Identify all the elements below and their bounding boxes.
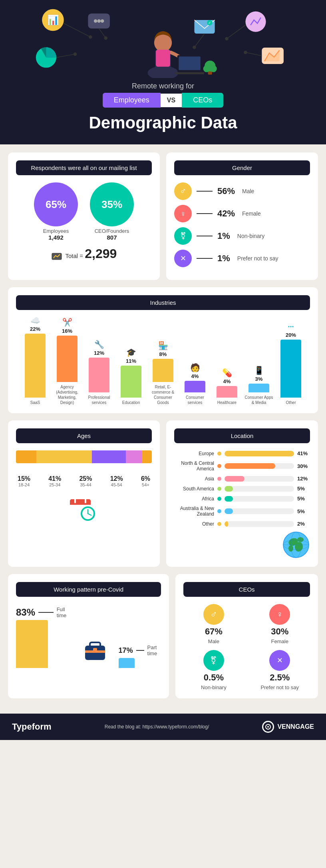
working-pattern-card: Working pattern pre-Covid 83% Full time: [8, 574, 169, 698]
retail-label: Retail, E-commerce & Consumer Goods: [148, 384, 178, 405]
loc-europe-bar-wrap: [225, 451, 294, 456]
bar-saas: ☁️ 22% SaaS: [20, 316, 50, 405]
svg-point-17: [97, 19, 101, 23]
employees-circle-wrap: 65% Employees 1,492: [34, 182, 78, 241]
svg-point-9: [203, 65, 210, 72]
other-bar: [280, 340, 301, 398]
svg-point-25: [193, 46, 196, 49]
parttime-bar: [119, 658, 135, 668]
loc-namerica-pct: 30%: [297, 463, 310, 469]
education-label: Education: [122, 400, 140, 405]
age-54p-pct: 6%: [141, 475, 150, 482]
loc-europe-bar: [225, 451, 294, 456]
svg-point-60: [267, 726, 269, 728]
working-pattern-bars: 83% Full time: [16, 604, 161, 668]
consumer-icon: 🧑: [190, 363, 200, 372]
svg-line-33: [245, 52, 262, 56]
age-54p-range: 54+: [142, 482, 149, 487]
gender-card: Gender ♂ 56% Male ♀ 42% Female: [166, 152, 318, 280]
loc-europe-dot: [217, 452, 221, 456]
loc-africa-dot: [217, 497, 221, 501]
loc-samerica-pct: 5%: [297, 486, 310, 492]
age-2534-range: 25-34: [49, 482, 60, 487]
svg-point-31: [74, 52, 77, 56]
briefcase-icon: [81, 638, 109, 664]
age-54p: 6% 54+: [141, 475, 150, 487]
gender-header: Gender: [174, 160, 310, 175]
fulltime-section: 83% Full time: [16, 606, 72, 668]
saas-bar: [25, 334, 46, 398]
loc-europe: Europe 41%: [174, 450, 310, 456]
prefer-pct: 1%: [217, 253, 230, 264]
agency-pct: 16%: [62, 328, 72, 334]
gender-male: ♂ 56% Male: [174, 182, 310, 200]
parttime-label-row: 17% Part time: [119, 644, 161, 656]
ceo-prefer-label: Prefer not to say: [261, 684, 299, 690]
other-label: Other: [286, 400, 296, 405]
age-1824-pct: 15%: [18, 475, 30, 482]
gender-line-2: [197, 213, 213, 214]
loc-other-pct: 2%: [297, 521, 310, 527]
fulltime-label: Full time: [57, 606, 72, 618]
nonbinary-label: Non-binary: [237, 233, 264, 239]
healthcare-pct: 4%: [223, 378, 231, 384]
loc-samerica-label: South America: [174, 486, 214, 492]
apps-label: Consumer Apps & Media: [244, 395, 274, 405]
nonbinary-pct: 1%: [217, 231, 230, 241]
agency-bar: [57, 336, 78, 382]
bar-agency: ✂️ 16% Agency (Advertising, Marketing, D…: [52, 318, 82, 405]
healthcare-bar: [217, 386, 237, 398]
industries-header: Industries: [16, 295, 310, 310]
age-3544-pct: 25%: [79, 475, 92, 482]
prefer-icon: ✕: [174, 250, 192, 267]
ceo-circle: 35%: [90, 182, 134, 226]
ages-location-row: Ages 15% 18-24 41% 25-34 25%: [8, 420, 318, 567]
footer: Typeform Read the blog at: https://www.t…: [0, 714, 326, 740]
loc-other: Other 2%: [174, 521, 310, 527]
svg-rect-6: [175, 72, 205, 74]
male-label: Male: [242, 188, 254, 194]
location-list: Europe 41% North & Central America 30%: [174, 450, 310, 527]
consumer-label: Consumer services: [180, 395, 210, 405]
vs-badge: VS: [161, 94, 182, 107]
ceos-grid: ♂ 67% Male ♀ 30% Female ⚧ 0.5% Non-binar…: [183, 604, 310, 690]
location-header: Location: [174, 428, 310, 443]
professional-pct: 12%: [94, 350, 104, 356]
loc-namerica: North & Central America 30%: [174, 460, 310, 472]
svg-point-14: [89, 35, 92, 39]
ceo-nonbinary: ⚧ 0.5% Non-binary: [183, 650, 244, 690]
employees-circle: 65%: [34, 182, 78, 226]
female-label: Female: [242, 210, 261, 217]
loc-namerica-bar-wrap: [225, 463, 294, 469]
page-header: 📊 ✓: [0, 0, 326, 144]
fulltime-bar: [16, 620, 48, 668]
female-pct: 42%: [217, 208, 235, 219]
svg-line-27: [227, 25, 246, 39]
ceo-prefer: ✕ 2.5% Prefer not to say: [250, 650, 310, 690]
parttime-pct: 17%: [119, 646, 133, 655]
apps-bar: [248, 384, 269, 392]
saas-icon: ☁️: [30, 316, 40, 325]
ceos-header: CEOs: [183, 582, 310, 597]
loc-aus-label: Australia & New Zealand: [174, 506, 214, 517]
retail-pct: 8%: [159, 351, 167, 357]
loc-aus-pct: 5%: [297, 508, 310, 514]
age-4554: 12% 45-54: [110, 475, 123, 487]
retail-bar: [153, 359, 173, 382]
svg-text:📊: 📊: [47, 14, 59, 26]
loc-other-label: Other: [174, 521, 214, 527]
svg-line-19: [99, 28, 106, 38]
consumer-bar: [185, 381, 205, 392]
ceo-circle-label: CEO/Founders 807: [90, 228, 134, 241]
svg-rect-58: [93, 648, 97, 653]
gender-female: ♀ 42% Female: [174, 205, 310, 222]
apps-pct: 3%: [255, 376, 263, 382]
svg-point-28: [225, 37, 229, 41]
loc-asia-dot: [217, 477, 221, 481]
ceo-prefer-icon: ✕: [269, 650, 290, 671]
globe-icon: [282, 531, 310, 559]
respondents-gender-row: Respondents were all on our mailing list…: [8, 152, 318, 280]
education-icon: 🎓: [126, 348, 136, 357]
fulltime-label-row: 83% Full time: [16, 606, 72, 618]
bar-consumer: 🧑 4% Consumer services: [180, 363, 210, 405]
